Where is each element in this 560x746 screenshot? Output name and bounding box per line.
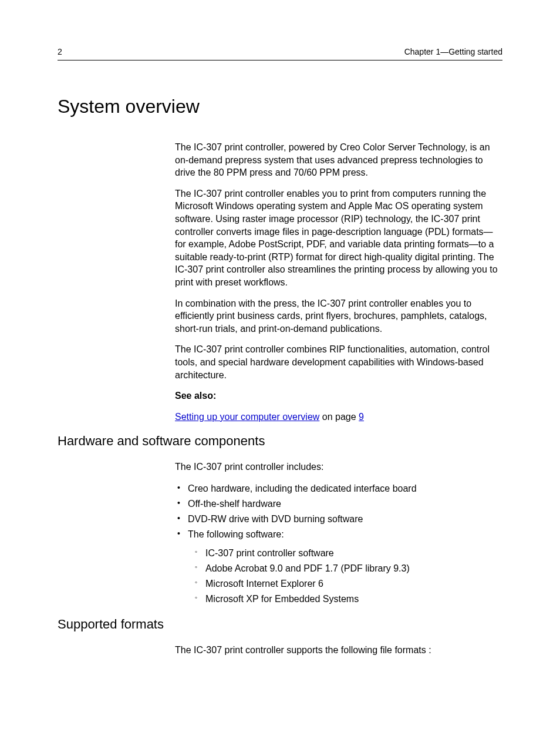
formats-lead: The IC-307 print controller supports the… [175,644,502,657]
page-header: 2 Chapter 1—Getting started [58,47,502,61]
list-item: Creo hardware, including the dedicated i… [175,482,502,496]
list-item: The following software: IC-307 print con… [175,527,502,606]
list-item: Microsoft XP for Embedded Systems [193,592,502,606]
see-also-link[interactable]: Setting up your computer overview [175,412,319,422]
software-sublist: IC-307 print controller software Adobe A… [193,546,502,606]
intro-paragraph: The IC-307 print controller enables you … [175,187,502,289]
see-also-page-link[interactable]: 9 [359,412,364,422]
list-item-label: The following software: [188,529,284,539]
hardware-lead: The IC-307 print controller includes: [175,461,502,473]
intro-paragraph: The IC-307 print controller, powered by … [175,141,502,179]
list-item: Adobe Acrobat 9.0 and PDF 1.7 (PDF libra… [193,562,502,576]
see-also-label: See also: [175,389,502,402]
list-item: Microsoft Internet Explorer 6 [193,577,502,591]
hardware-section-title: Hardware and software components [58,434,502,449]
formats-content: The IC-307 print controller supports the… [175,644,502,657]
hardware-content: The IC-307 print controller includes: Cr… [175,461,502,606]
intro-paragraph: In combination with the press, the IC-30… [175,297,502,335]
chapter-label: Chapter 1—Getting started [404,47,502,56]
intro-paragraph: The IC-307 print controller combines RIP… [175,343,502,381]
list-item: Off-the-shelf hardware [175,497,502,511]
see-also-middle: on page [319,412,359,422]
page-number: 2 [58,47,62,56]
formats-section-title: Supported formats [58,617,502,632]
hardware-list: Creo hardware, including the dedicated i… [175,482,502,606]
intro-content: The IC-307 print controller, powered by … [175,141,502,423]
see-also-line: Setting up your computer overview on pag… [175,411,502,424]
list-item: DVD-RW drive with DVD burning software [175,512,502,526]
page-title: System overview [58,96,502,117]
list-item: IC-307 print controller software [193,546,502,560]
